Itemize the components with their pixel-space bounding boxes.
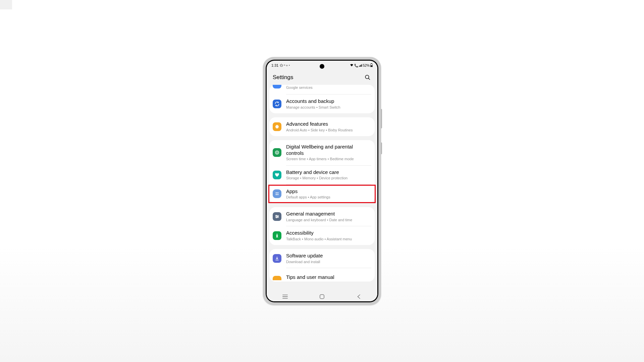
settings-item-accounts-backup[interactable]: Accounts and backup Manage accounts • Sm…	[269, 95, 375, 113]
refresh-icon	[273, 100, 281, 108]
settings-title: Accessibility	[286, 230, 371, 236]
grid-icon	[273, 189, 281, 198]
settings-item-text: Battery and device care Storage • Memory…	[286, 169, 371, 181]
sliders-icon	[273, 212, 281, 221]
svg-point-11	[277, 194, 279, 195]
settings-item-digital-wellbeing[interactable]: Digital Wellbeing and parental controls …	[269, 140, 375, 165]
phone-frame: 1:31 ⏻ ☁ ⊖ • 📞 52%	[263, 57, 381, 305]
page-corner-decoration	[0, 0, 12, 9]
settings-item-text: Software update Download and install	[286, 253, 371, 264]
svg-rect-22	[320, 295, 324, 299]
svg-rect-2	[371, 65, 372, 66]
gear-icon	[273, 122, 281, 131]
home-icon	[320, 294, 324, 299]
battery-icon	[370, 63, 373, 68]
svg-point-8	[276, 192, 277, 194]
settings-item-software-update[interactable]: Software update Download and install	[269, 249, 375, 268]
nav-recents-button[interactable]	[275, 295, 295, 299]
google-icon	[273, 85, 281, 88]
settings-item-general-management[interactable]: General management Language and keyboard…	[269, 207, 375, 226]
settings-subtitle: Default apps • App settings	[286, 195, 371, 199]
settings-subtitle: Manage accounts • Smart Switch	[286, 105, 371, 110]
wifi-icon	[350, 64, 354, 67]
navigation-bar	[267, 292, 377, 301]
settings-subtitle: Language and keyboard • Date and time	[286, 218, 371, 222]
settings-group: General management Language and keyboard…	[269, 207, 375, 245]
phone-side-button-2	[381, 142, 382, 154]
settings-item-text: Tips and user manual	[286, 274, 371, 281]
settings-group: Software update Download and install Tip…	[269, 249, 375, 282]
settings-subtitle: TalkBack • Mono audio • Assistant menu	[286, 237, 371, 241]
camera-punch-hole	[320, 64, 324, 69]
settings-item-text: Apps Default apps • App settings	[286, 188, 371, 200]
svg-point-15	[276, 215, 277, 216]
search-button[interactable]	[364, 74, 371, 81]
settings-item-battery-device-care[interactable]: Battery and device care Storage • Memory…	[269, 166, 375, 184]
svg-point-7	[276, 152, 278, 154]
settings-item-apps[interactable]: Apps Default apps • App settings	[269, 185, 375, 203]
status-indicators: ⏻ ☁ ⊖ •	[280, 64, 290, 67]
settings-group: Advanced features Android Auto • Side ke…	[269, 117, 375, 136]
status-time: 1:31	[271, 63, 278, 67]
settings-subtitle: Storage • Memory • Device protection	[286, 176, 371, 180]
back-icon	[357, 294, 361, 299]
svg-line-4	[368, 78, 370, 80]
settings-item-accessibility[interactable]: Accessibility TalkBack • Mono audio • As…	[269, 226, 375, 245]
svg-point-9	[277, 192, 279, 194]
svg-point-18	[277, 234, 278, 235]
signal-icon	[359, 64, 362, 67]
svg-rect-1	[371, 63, 372, 64]
recents-icon	[282, 295, 288, 299]
settings-subtitle: Screen time • App timers • Bedtime mode	[286, 157, 371, 161]
svg-point-6	[275, 151, 279, 155]
svg-point-17	[276, 217, 277, 218]
settings-item-text: Accounts and backup Manage accounts • Sm…	[286, 98, 371, 110]
settings-title: General management	[286, 211, 371, 217]
call-icon: 📞	[354, 64, 358, 67]
settings-subtitle: Android Auto • Side key • Bixby Routines	[286, 128, 371, 132]
target-icon	[273, 148, 281, 157]
settings-item-text: Accessibility TalkBack • Mono audio • As…	[286, 230, 371, 241]
status-bar-left: 1:31 ⏻ ☁ ⊖ •	[271, 63, 290, 67]
settings-subtitle: Google services	[286, 85, 371, 90]
svg-point-16	[277, 216, 278, 217]
status-bar-right: 📞 52%	[350, 63, 373, 68]
settings-title: Apps	[286, 188, 371, 195]
settings-group: Google services Accounts and backup Mana…	[269, 85, 375, 113]
nav-home-button[interactable]	[312, 294, 332, 299]
settings-title: Software update	[286, 253, 371, 259]
settings-item-text: Advanced features Android Auto • Side ke…	[286, 121, 371, 132]
nav-back-button[interactable]	[349, 294, 369, 299]
battery-percent: 52%	[363, 64, 370, 67]
page-title: Settings	[273, 74, 293, 81]
settings-title: Digital Wellbeing and parental controls	[286, 144, 371, 157]
settings-title: Battery and device care	[286, 169, 371, 176]
download-icon	[273, 254, 281, 263]
settings-item-google-services[interactable]: Google services	[269, 85, 375, 94]
phone-screen: 1:31 ⏻ ☁ ⊖ • 📞 52%	[267, 61, 377, 301]
settings-item-text: General management Language and keyboard…	[286, 211, 371, 222]
svg-point-10	[276, 194, 277, 195]
settings-item-advanced-features[interactable]: Advanced features Android Auto • Side ke…	[269, 117, 375, 136]
svg-point-3	[365, 75, 369, 79]
settings-item-text: Google services	[286, 85, 371, 90]
book-icon	[273, 276, 281, 280]
settings-content[interactable]: Google services Accounts and backup Mana…	[267, 85, 377, 292]
search-icon	[365, 74, 371, 80]
settings-title: Accounts and backup	[286, 98, 371, 105]
settings-title: Advanced features	[286, 121, 371, 127]
settings-item-tips-manual[interactable]: Tips and user manual	[269, 268, 375, 282]
person-icon	[273, 231, 281, 240]
settings-title: Tips and user manual	[286, 274, 371, 281]
settings-group: Digital Wellbeing and parental controls …	[269, 140, 375, 203]
phone-side-button-1	[381, 109, 382, 128]
heart-icon	[273, 171, 281, 179]
phone-inner-frame: 1:31 ⏻ ☁ ⊖ • 📞 52%	[266, 60, 378, 302]
settings-item-text: Digital Wellbeing and parental controls …	[286, 144, 371, 162]
settings-subtitle: Download and install	[286, 260, 371, 264]
app-header: Settings	[267, 70, 377, 85]
